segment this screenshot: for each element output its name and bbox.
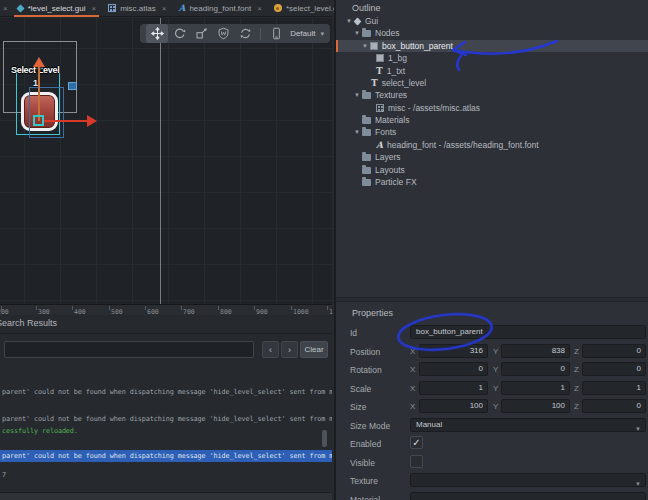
console-scrollbar-track[interactable] xyxy=(0,492,332,500)
chevron-down-icon: ▼ xyxy=(635,423,641,435)
panel-splitter[interactable] xyxy=(336,297,648,302)
tree-item-heading-font[interactable]: A heading_font - /assets/heading_font.fo… xyxy=(336,139,648,151)
console-scrollbar-thumb[interactable] xyxy=(322,430,327,447)
material-label: Material xyxy=(350,495,380,500)
size-z-field[interactable]: 0 xyxy=(582,399,646,413)
gizmo-y-axis[interactable] xyxy=(38,67,40,121)
console-line[interactable]: parent' could not be found when dispatch… xyxy=(2,415,332,423)
resize-handle[interactable] xyxy=(68,82,77,90)
tree-item-label: Particle FX xyxy=(375,177,417,187)
console-line-success[interactable]: cessfully reloaded. xyxy=(2,427,332,435)
ruler-tick xyxy=(181,306,182,310)
folder-icon xyxy=(362,179,371,186)
tab-label: heading_font.font xyxy=(189,4,251,13)
size-label: Size xyxy=(350,402,367,412)
device-select-value[interactable]: Default xyxy=(290,29,315,38)
scale-y-field[interactable]: 1 xyxy=(501,381,570,395)
rotate-tool-icon[interactable] xyxy=(168,24,190,43)
move-tool-icon[interactable] xyxy=(146,24,168,43)
panel-title[interactable]: Search Results xyxy=(0,318,57,328)
console-line[interactable]: parent' could not be found when dispatch… xyxy=(2,388,332,396)
size-mode-select[interactable]: Manual ▼ xyxy=(410,418,646,432)
scale-x-field[interactable]: 1 xyxy=(419,381,488,395)
tree-item-select-level[interactable]: T select_level xyxy=(336,77,648,89)
tree-item-nodes[interactable]: ▼ Nodes xyxy=(336,27,648,39)
console-line-selected[interactable]: parent' could not be found when dispatch… xyxy=(0,450,332,462)
rotation-z-field[interactable]: 0 xyxy=(582,362,646,376)
visible-checkbox[interactable] xyxy=(410,455,423,468)
visible-label: Visible xyxy=(350,458,375,468)
tree-item-layers[interactable]: Layers xyxy=(336,151,648,163)
expand-arrow-icon[interactable]: ▼ xyxy=(354,30,362,36)
close-icon[interactable]: × xyxy=(0,4,11,13)
tab-label: misc.atlas xyxy=(120,4,156,13)
position-y-field[interactable]: 838 xyxy=(501,344,570,358)
tab-level-select-gui[interactable]: *level_select.gui × xyxy=(11,0,102,17)
position-x-field[interactable]: 316 xyxy=(419,344,488,358)
tree-item-misc-atlas[interactable]: misc - /assets/misc.atlas xyxy=(336,102,648,114)
tree-item-layouts[interactable]: Layouts xyxy=(336,164,648,176)
gizmo-x-axis[interactable] xyxy=(44,120,87,122)
tree-item-label: misc - /assets/misc.atlas xyxy=(388,103,480,113)
chevron-down-icon[interactable]: ▾ xyxy=(321,30,325,38)
expand-arrow-icon[interactable]: ▼ xyxy=(354,129,362,135)
position-z-field[interactable]: 0 xyxy=(582,344,646,358)
z-axis-label: Z xyxy=(574,402,579,411)
enabled-checkbox[interactable]: ✓ xyxy=(410,436,423,449)
tab-bar: × *level_select.gui × misc.atlas × A hea… xyxy=(0,0,332,17)
tree-item-box-button-parent[interactable]: ▼ box_button_parent xyxy=(336,40,648,52)
reload-tool-icon[interactable] xyxy=(234,24,256,43)
tab-misc-atlas[interactable]: misc.atlas × xyxy=(102,0,172,17)
scene-view[interactable]: 1 Select Level xyxy=(0,18,332,304)
tree-item-textures[interactable]: ▼ Textures xyxy=(336,89,648,101)
scene-axis-line xyxy=(160,18,161,304)
folder-icon xyxy=(362,154,371,161)
size-y-field[interactable]: 100 xyxy=(501,399,570,413)
gui-icon xyxy=(354,17,362,25)
tab-heading-font[interactable]: A heading_font.font × xyxy=(172,0,268,17)
outline-header: Outline xyxy=(352,3,381,13)
folder-icon xyxy=(362,129,371,136)
visualize-tool-icon[interactable] xyxy=(212,24,234,43)
tree-item-label: Layouts xyxy=(375,165,405,175)
close-icon[interactable]: × xyxy=(162,4,167,13)
id-field[interactable]: box_button_parent xyxy=(410,325,646,339)
tree-item-gui[interactable]: ▼ Gui xyxy=(336,15,648,27)
ruler-tick xyxy=(109,306,110,310)
tree-item-fonts[interactable]: ▼ Fonts xyxy=(336,126,648,138)
x-axis-label: X xyxy=(410,365,415,374)
search-input[interactable] xyxy=(4,341,254,358)
scale-z-field[interactable]: 1 xyxy=(582,381,646,395)
console-line[interactable]: 7 xyxy=(2,471,332,479)
tree-item-materials[interactable]: Materials xyxy=(336,114,648,126)
scale-tool-icon[interactable] xyxy=(190,24,212,43)
rotation-y-field[interactable]: 0 xyxy=(501,362,570,376)
size-x-field[interactable]: 100 xyxy=(419,399,488,413)
texture-select[interactable]: ▼ xyxy=(410,473,646,487)
font-icon: A xyxy=(376,141,383,149)
tree-item-1-txt[interactable]: T 1_txt xyxy=(336,65,648,77)
clear-button[interactable]: Clear xyxy=(300,341,328,358)
x-axis-label: X xyxy=(410,402,415,411)
ruler-tick xyxy=(254,306,255,310)
expand-arrow-icon[interactable]: ▼ xyxy=(362,43,370,49)
ruler-tick xyxy=(145,306,146,310)
tree-item-label: Gui xyxy=(365,16,378,26)
tree-item-1-bg[interactable]: 1_bg xyxy=(336,52,648,64)
close-icon[interactable]: × xyxy=(257,4,262,13)
tree-item-label: 1_txt xyxy=(387,66,405,76)
expand-arrow-icon[interactable]: ▼ xyxy=(354,92,362,98)
previous-result-button[interactable]: ‹ xyxy=(262,341,279,358)
chevron-down-icon: ▼ xyxy=(635,497,641,500)
material-select[interactable]: ▼ xyxy=(410,492,646,500)
tree-item-label: Fonts xyxy=(375,127,396,137)
rotation-x-field[interactable]: 0 xyxy=(419,362,488,376)
gizmo-x-arrowhead-icon[interactable] xyxy=(87,115,97,127)
gizmo-center-handle[interactable] xyxy=(33,115,44,126)
close-icon[interactable]: × xyxy=(91,4,96,13)
tree-item-label: Materials xyxy=(375,115,409,125)
size-mode-value: Manual xyxy=(416,420,442,429)
gizmo-y-arrowhead-icon[interactable] xyxy=(33,57,45,67)
tree-item-particle-fx[interactable]: Particle FX xyxy=(336,176,648,188)
next-result-button[interactable]: › xyxy=(281,341,298,358)
